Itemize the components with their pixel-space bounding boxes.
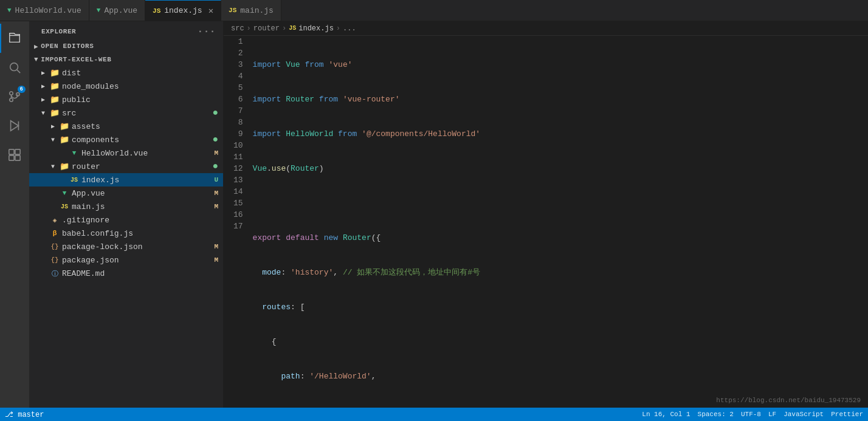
arrow-icon: ▼ (51, 137, 57, 143)
breadcrumb-file: index.js (298, 24, 334, 33)
tab-label: HelloWorld.vue (15, 6, 81, 15)
language-indicator[interactable]: JavaScript (784, 411, 824, 418)
sidebar-header: Explorer ··· (29, 21, 223, 39)
svg-rect-8 (15, 149, 20, 154)
code-line-6: export default new Router({ (253, 232, 868, 244)
tree-item-node-modules[interactable]: ▶ 📁 node_modules (29, 80, 223, 93)
code-line-9: { (253, 336, 868, 347)
file-label: HelloWorld.vue (81, 149, 212, 158)
json-icon: {} (50, 256, 60, 264)
code-line-4: Vue.use(Router) (253, 163, 868, 174)
tree-item-babel[interactable]: ▶ β babel.config.js (29, 227, 223, 240)
file-label: App.vue (72, 189, 212, 198)
tree-item-index-js[interactable]: ▶ JS index.js U (29, 173, 223, 187)
breadcrumb-router: router (253, 24, 280, 33)
tree-item-app-vue[interactable]: ▶ ▼ App.vue M (29, 187, 223, 200)
gitignore-icon: ◈ (50, 216, 60, 224)
spaces-indicator[interactable]: Spaces: 2 (698, 411, 734, 418)
breadcrumb: src › router › JS index.js › ... (224, 21, 868, 36)
file-label: src (62, 109, 210, 118)
arrow-icon: ▶ (41, 69, 47, 77)
code-line-5 (253, 197, 868, 209)
modified-indicator: M (214, 256, 218, 264)
js-file-icon: JS (60, 204, 69, 210)
file-label: public (62, 95, 223, 104)
js-file-icon: JS (69, 177, 79, 183)
breadcrumb-src: src (231, 24, 244, 33)
vue-icon: ▼ (69, 149, 79, 157)
arrow-icon: ▼ (51, 163, 57, 170)
file-label: README.md (62, 269, 223, 278)
git-branch[interactable]: ⎇ master (5, 410, 44, 419)
tree-item-public[interactable]: ▶ 📁 public (29, 93, 223, 106)
open-editors-section[interactable]: ▶ Open Editors (29, 39, 223, 53)
folder-icon: 📁 (50, 68, 60, 78)
close-icon[interactable]: ✕ (208, 5, 213, 16)
encoding-indicator[interactable]: UTF-8 (741, 411, 761, 418)
tree-item-dist[interactable]: ▶ 📁 dist (29, 66, 223, 80)
extensions-activity-item[interactable] (0, 140, 29, 169)
svg-line-1 (17, 70, 20, 73)
code-line-10: path: '/HelloWorld', (253, 371, 868, 382)
vue-icon: ▼ (7, 7, 12, 14)
js-icon: JS (153, 7, 160, 15)
modified-badge: ● (212, 161, 218, 172)
folder-icon: 📁 (50, 81, 60, 91)
tab-label: App.vue (104, 6, 137, 15)
json-icon: {} (50, 243, 60, 250)
tab-label: main.js (240, 6, 274, 15)
more-icon[interactable]: ··· (198, 26, 216, 37)
tree-item-components[interactable]: ▼ 📁 components ● (29, 133, 223, 146)
untracked-indicator: U (214, 176, 218, 183)
modified-indicator: M (214, 203, 218, 210)
cursor-position[interactable]: Ln 16, Col 1 (642, 411, 690, 418)
modified-indicator: M (214, 149, 218, 157)
project-section[interactable]: ▼ Import-Excel-Web (29, 53, 223, 66)
files-activity-item[interactable] (0, 24, 29, 53)
folder-icon: 📁 (60, 122, 69, 131)
file-label: main.js (72, 202, 212, 211)
modified-indicator: M (214, 243, 218, 250)
tree-item-readme[interactable]: ▶ ⓘ README.md (29, 267, 223, 280)
code-line-7: mode: 'history', // 如果不加这段代码，地址中间有#号 (253, 267, 868, 278)
tree-item-package-lock[interactable]: ▶ {} package-lock.json M (29, 240, 223, 253)
folder-icon: 📁 (60, 162, 69, 171)
tab-main-js[interactable]: JS main.js (221, 0, 281, 21)
tree-item-package-json[interactable]: ▶ {} package.json M (29, 253, 223, 267)
js-icon: JS (289, 25, 296, 32)
svg-marker-5 (11, 121, 19, 131)
tab-index-js[interactable]: JS index.js ✕ (145, 0, 221, 21)
editor-area: src › router › JS index.js › ... 12345 6… (224, 21, 868, 408)
status-bar: ⎇ master Ln 16, Col 1 Spaces: 2 UTF-8 LF… (0, 408, 868, 421)
formatter-indicator[interactable]: Prettier (831, 411, 863, 418)
file-label: package-lock.json (62, 242, 212, 252)
tree-item-assets[interactable]: ▶ 📁 assets (29, 120, 223, 133)
tree-item-main-js[interactable]: ▶ JS main.js M (29, 200, 223, 213)
breadcrumb-symbol: ... (343, 24, 356, 33)
code-content[interactable]: import Vue from 'vue' import Router from… (250, 36, 868, 408)
svg-rect-9 (9, 156, 14, 160)
file-label: index.js (81, 176, 212, 185)
folder-icon: 📁 (50, 108, 60, 118)
file-label: babel.config.js (62, 229, 223, 238)
tree-item-helloworld-vue[interactable]: ▶ ▼ HelloWorld.vue M (29, 146, 223, 160)
watermark: https://blog.csdn.net/baidu_19473529 (716, 397, 861, 404)
eol-indicator[interactable]: LF (768, 411, 776, 418)
tab-helloworld-vue[interactable]: ▼ HelloWorld.vue (0, 0, 89, 21)
file-label: components (72, 135, 210, 145)
code-editor[interactable]: 12345 678910 1112131415 1617 import Vue … (224, 36, 868, 408)
tree-item-router[interactable]: ▼ 📁 router ● (29, 160, 223, 173)
search-activity-item[interactable] (0, 53, 29, 82)
source-control-badge: 6 (18, 86, 26, 93)
tree-item-src[interactable]: ▼ 📁 src ● (29, 106, 223, 120)
arrow-icon: ▶ (51, 123, 57, 130)
run-activity-item[interactable] (0, 111, 29, 140)
source-control-activity-item[interactable]: 6 (0, 82, 29, 111)
tab-app-vue[interactable]: ▼ App.vue (89, 0, 145, 21)
tree-item-gitignore[interactable]: ▶ ◈ .gitignore (29, 213, 223, 227)
svg-point-3 (10, 98, 13, 102)
js-icon: JS (229, 7, 236, 14)
arrow-icon: ▼ (34, 56, 38, 63)
file-label: dist (62, 69, 223, 78)
file-label: router (72, 162, 210, 171)
